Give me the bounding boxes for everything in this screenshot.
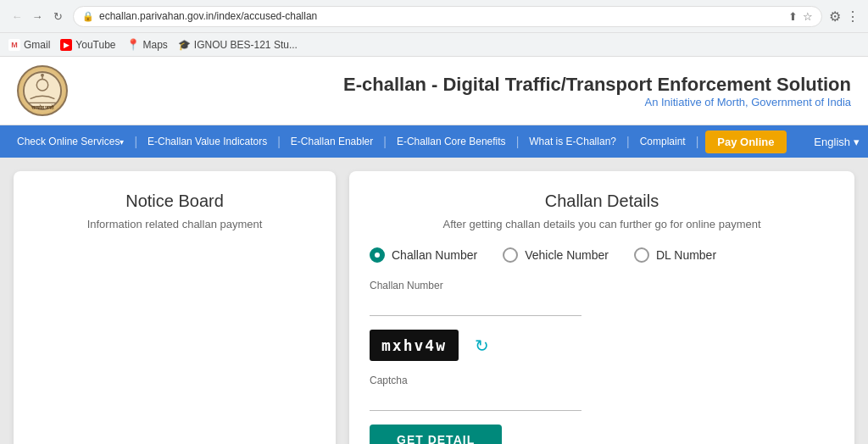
notice-board-subtitle: Information related challan payment xyxy=(34,218,315,230)
nav-check-online[interactable]: Check Online Services xyxy=(8,125,132,158)
radio-vehicle-number[interactable]: Vehicle Number xyxy=(503,247,609,263)
maps-label: Maps xyxy=(143,39,168,51)
nav-buttons: ← → ↻ xyxy=(8,8,66,25)
nav-value-indicators[interactable]: E-Challan Value Indicators xyxy=(139,125,275,158)
radio-challan-number-label: Challan Number xyxy=(392,248,477,262)
lock-icon: 🔒 xyxy=(82,11,94,22)
captcha-field-group: Captcha xyxy=(370,375,834,411)
gmail-icon: M xyxy=(8,39,20,51)
ignou-icon: 🎓 xyxy=(178,39,191,51)
nav-sep-1: | xyxy=(134,135,137,148)
captcha-label: Captcha xyxy=(370,375,834,386)
url-text: echallan.parivahan.gov.in/index/accused-… xyxy=(99,10,783,22)
radio-dl-number-circle xyxy=(634,247,649,263)
svg-text:सत्यमेव जयते: सत्यमेव जयते xyxy=(31,104,55,110)
captcha-image: mxhv4w xyxy=(370,330,459,361)
get-detail-button[interactable]: GET DETAIL xyxy=(370,425,502,444)
reload-button[interactable]: ↻ xyxy=(49,8,66,25)
notice-board-title: Notice Board xyxy=(34,191,315,211)
nav-pay-online-button[interactable]: Pay Online xyxy=(705,130,786,153)
extensions-icon[interactable]: ⚙ xyxy=(829,8,841,25)
forward-button[interactable]: → xyxy=(29,8,46,25)
bookmark-gmail[interactable]: M Gmail xyxy=(8,39,50,51)
gmail-label: Gmail xyxy=(24,39,50,51)
challan-number-field-group: Challan Number xyxy=(370,280,834,316)
header-logo: सत्यमेव जयते xyxy=(17,65,68,116)
address-bar[interactable]: 🔒 echallan.parivahan.gov.in/index/accuse… xyxy=(73,6,822,27)
bookmarks-bar: M Gmail ▶ YouTube 📍 Maps 🎓 IGNOU BES-121… xyxy=(0,32,868,56)
challan-number-input[interactable] xyxy=(370,295,581,316)
site-header: सत्यमेव जयते E-challan - Digital Traffic… xyxy=(0,57,868,125)
youtube-icon: ▶ xyxy=(60,39,72,51)
notice-board-card: Notice Board Information related challan… xyxy=(14,171,336,444)
site-nav: Check Online Services | E-Challan Value … xyxy=(0,125,868,158)
radio-challan-number-circle xyxy=(370,247,385,263)
challan-number-label: Challan Number xyxy=(370,280,834,291)
nav-sep-3: | xyxy=(383,135,387,148)
nav-complaint[interactable]: Complaint xyxy=(632,125,694,158)
nav-enabler[interactable]: E-Challan Enabler xyxy=(282,125,381,158)
browser-toolbar: ← → ↻ 🔒 echallan.parivahan.gov.in/index/… xyxy=(0,0,868,32)
menu-icon[interactable]: ⋮ xyxy=(846,8,860,25)
nav-sep-4: | xyxy=(516,135,520,148)
site-subtitle: An Initiative of Morth, Government of In… xyxy=(343,96,851,108)
maps-icon: 📍 xyxy=(126,38,140,51)
radio-dl-number[interactable]: DL Number xyxy=(634,247,716,263)
youtube-label: YouTube xyxy=(75,39,115,51)
nav-sep-6: | xyxy=(696,135,699,148)
challan-details-title: Challan Details xyxy=(370,191,834,211)
browser-chrome: ← → ↻ 🔒 echallan.parivahan.gov.in/index/… xyxy=(0,0,868,57)
back-button[interactable]: ← xyxy=(8,8,25,25)
ignou-label: IGNOU BES-121 Stu... xyxy=(194,39,298,51)
radio-challan-number[interactable]: Challan Number xyxy=(370,247,477,263)
header-title: E-challan - Digital Traffic/Transport En… xyxy=(343,74,851,108)
radio-vehicle-number-label: Vehicle Number xyxy=(525,248,609,262)
nav-core-benefits[interactable]: E-Challan Core Benefits xyxy=(388,125,515,158)
svg-point-3 xyxy=(41,74,44,77)
government-logo: सत्यमेव जयते xyxy=(17,65,68,116)
language-label: English xyxy=(814,136,850,148)
captcha-input[interactable] xyxy=(370,390,581,411)
radio-dl-number-label: DL Number xyxy=(656,248,716,262)
refresh-captcha-button[interactable]: ↻ xyxy=(469,333,494,358)
language-dropdown-icon: ▾ xyxy=(854,136,860,148)
challan-details-subtitle: After getting challan details you can fu… xyxy=(370,218,834,230)
main-content: Notice Board Information related challan… xyxy=(0,158,868,444)
share-icon: ⬆ xyxy=(788,10,798,23)
nav-sep-5: | xyxy=(626,135,630,148)
nav-language-selector[interactable]: English ▾ xyxy=(814,136,860,148)
bookmark-ignou[interactable]: 🎓 IGNOU BES-121 Stu... xyxy=(178,39,298,51)
radio-vehicle-number-circle xyxy=(503,247,518,263)
bookmark-star-icon: ☆ xyxy=(803,10,813,23)
challan-details-card: Challan Details After getting challan de… xyxy=(349,171,854,444)
nav-what-is[interactable]: What is E-Challan? xyxy=(520,125,625,158)
search-type-radio-group: Challan Number Vehicle Number DL Number xyxy=(370,247,834,263)
toolbar-icons: ⚙ ⋮ xyxy=(829,8,860,25)
captcha-row: mxhv4w ↻ xyxy=(370,330,834,361)
bookmark-youtube[interactable]: ▶ YouTube xyxy=(60,39,115,51)
site-title: E-challan - Digital Traffic/Transport En… xyxy=(343,74,851,96)
nav-sep-2: | xyxy=(277,135,281,148)
bookmark-maps[interactable]: 📍 Maps xyxy=(126,38,168,51)
page-content: सत्यमेव जयते E-challan - Digital Traffic… xyxy=(0,57,868,444)
